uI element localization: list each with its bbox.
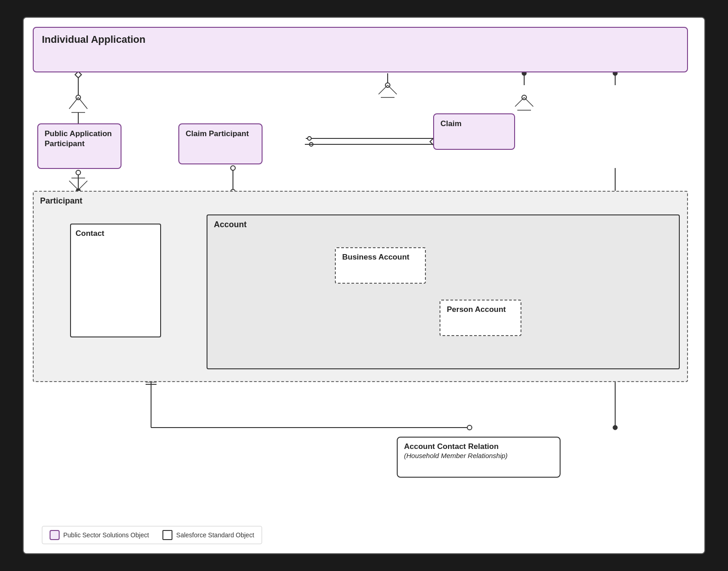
svg-point-73: [467, 425, 472, 430]
contact-box: Contact: [70, 224, 161, 337]
participant-container: Participant Contact Account Business Acc…: [33, 191, 688, 382]
legend-standard-label: Salesforce Standard Object: [176, 531, 254, 539]
svg-point-75: [613, 425, 617, 430]
svg-marker-6: [75, 71, 81, 78]
individual-application-label: Individual Application: [42, 33, 146, 46]
svg-line-2: [69, 97, 78, 109]
legend-pss-item: Public Sector Solutions Object: [50, 530, 149, 540]
business-account-box: Business Account: [335, 247, 426, 284]
svg-line-28: [69, 181, 78, 190]
svg-line-10: [388, 85, 397, 94]
account-contact-relation-box: Account Contact Relation (Household Memb…: [397, 437, 561, 478]
account-label: Account: [214, 220, 247, 229]
svg-line-3: [78, 97, 87, 109]
participant-container-label: Participant: [40, 196, 82, 206]
diagram-container: OR: [23, 17, 705, 554]
svg-point-16: [522, 95, 526, 100]
legend-pss-label: Public Sector Solutions Object: [63, 531, 149, 539]
legend-standard-icon: [162, 530, 172, 540]
legend-pss-icon: [50, 530, 60, 540]
svg-point-22: [309, 143, 313, 146]
svg-point-8: [385, 83, 390, 87]
svg-point-26: [76, 170, 81, 175]
svg-line-9: [379, 85, 388, 94]
individual-application-box: Individual Application: [33, 27, 688, 72]
pap-label: Public Application Participant: [45, 129, 112, 148]
account-container: Account Business Account Person Account: [207, 214, 680, 369]
svg-point-1: [76, 95, 81, 100]
svg-line-17: [515, 97, 524, 107]
claim-label: Claim: [440, 119, 461, 128]
acr-label: Account Contact Relation: [404, 442, 499, 451]
person-account-box: Person Account: [440, 300, 521, 336]
svg-line-18: [524, 97, 533, 107]
svg-point-32: [231, 166, 235, 170]
person-account-label: Person Account: [447, 305, 506, 314]
claim-participant-label: Claim Participant: [186, 129, 249, 138]
contact-label: Contact: [76, 229, 104, 238]
claim-box: Claim: [433, 113, 515, 150]
public-application-participant-box: Public Application Participant: [37, 123, 121, 169]
claim-participant-box: Claim Participant: [178, 123, 263, 164]
svg-point-21: [308, 137, 311, 140]
legend-standard-item: Salesforce Standard Object: [162, 530, 254, 540]
acr-sublabel: (Household Member Relationship): [404, 452, 508, 459]
svg-line-29: [78, 181, 87, 190]
legend: Public Sector Solutions Object Salesforc…: [42, 526, 262, 544]
business-account-label: Business Account: [342, 253, 410, 261]
